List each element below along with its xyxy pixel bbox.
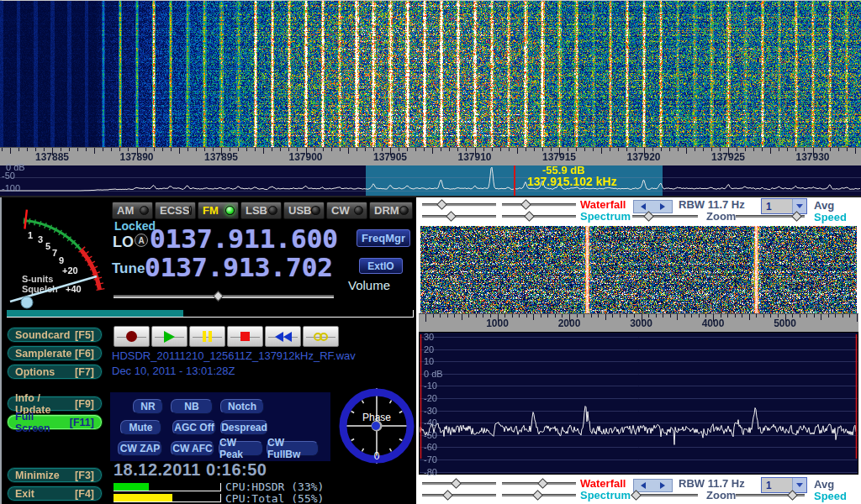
play-icon — [164, 331, 175, 343]
squelch-level-bar[interactable] — [7, 310, 414, 318]
spectrum-label-bottom[interactable]: Spectrum — [580, 489, 631, 501]
af-db-label: -70 — [424, 454, 437, 465]
af-db-label: -60 — [424, 442, 437, 452]
speed-slider-bottom[interactable] — [736, 491, 805, 501]
mode-drm-button[interactable]: DRM — [369, 202, 413, 219]
minimize-button[interactable]: Minimize[F3] — [7, 467, 103, 483]
tune-frequency-display[interactable]: 0137.913.702 — [145, 255, 333, 281]
af-db-label: -40 — [424, 417, 437, 428]
nr-button[interactable]: NR — [133, 399, 163, 414]
af-db-label: -80 — [424, 467, 437, 477]
svg-text:3: 3 — [38, 234, 43, 244]
rf-scale-label: 137905 — [365, 151, 415, 163]
af-spectrum[interactable]: 3020100 dB-10-20-30-40-50-60-70-80 — [419, 332, 858, 475]
wav-file-name: HDSDR_20111210_125611Z_137912kHz_RF.wav — [112, 349, 356, 362]
lsb-led-icon — [268, 206, 277, 215]
avg-label-top: Avg — [814, 199, 834, 212]
zoom-slider-bottom[interactable] — [632, 491, 698, 501]
svg-text:S-units: S-units — [22, 274, 53, 284]
tune-label: Tune — [112, 260, 145, 277]
wf-brightness-slider-bottom[interactable] — [502, 479, 576, 489]
rf-spectrum-canvas — [0, 165, 861, 196]
af-scale-label: 5000 — [764, 318, 806, 329]
despread-button[interactable]: Despread — [220, 420, 268, 435]
mute-button[interactable]: Mute — [120, 420, 161, 435]
mode-usb-button[interactable]: USB — [283, 202, 325, 219]
waterfall-label-top[interactable]: Waterfall — [580, 198, 626, 211]
wf-brightness-slider-top[interactable] — [502, 200, 576, 210]
record-icon — [126, 331, 137, 342]
left-arrow-icon[interactable] — [641, 203, 646, 210]
svg-text:7: 7 — [52, 248, 57, 258]
right-arrow-icon[interactable] — [660, 203, 665, 210]
cpu-total-fill — [114, 494, 172, 501]
freqmgr-button[interactable]: FreqMgr — [357, 229, 410, 247]
info-update-button[interactable]: Info / Update[F9] — [7, 396, 103, 412]
rf-waterfall-canvas[interactable] — [0, 1, 861, 147]
rf-scale-label: 137930 — [788, 151, 838, 163]
rf-scale-label: 137890 — [112, 151, 162, 163]
smeter-pivot — [21, 297, 33, 308]
cw-fullbw-button[interactable]: CW FullBw — [267, 441, 319, 456]
stop-button[interactable] — [227, 326, 263, 347]
loop-button[interactable] — [303, 326, 339, 347]
af-db-label: -50 — [424, 430, 437, 440]
cpu-hdsdr-fill — [114, 483, 149, 491]
cw-zap-button[interactable]: CW ZAP — [118, 441, 162, 456]
cw-peak-button[interactable]: CW Peak — [219, 441, 263, 456]
lo-auto-badge[interactable]: A — [135, 234, 148, 247]
sp-brightness-slider-bottom[interactable] — [502, 491, 576, 501]
rbw-readout-top: RBW 11.7 Hz — [679, 198, 745, 211]
left-arrow-icon[interactable] — [641, 482, 646, 489]
wf-contrast-slider-top[interactable] — [422, 200, 496, 210]
rewind-button[interactable] — [265, 326, 301, 347]
spectrum-label-top[interactable]: Spectrum — [580, 210, 631, 223]
af-panel: Waterfall RBW 11.7 Hz 1 Avg Spectrum Zoo… — [416, 197, 861, 504]
extio-button[interactable]: ExtIO — [359, 258, 403, 274]
cpu-hdsdr-bar — [114, 483, 221, 491]
mode-ecss-button[interactable]: ECSS — [155, 202, 196, 219]
right-arrow-icon[interactable] — [660, 482, 665, 489]
mode-lsb-button[interactable]: LSB — [240, 202, 282, 219]
sp-contrast-slider-top[interactable] — [422, 212, 496, 222]
soundcard-button[interactable]: Soundcard[F5] — [7, 327, 103, 343]
zoom-slider-top[interactable] — [632, 212, 698, 222]
play-button[interactable] — [151, 326, 188, 347]
exit-button[interactable]: Exit[F4] — [7, 486, 103, 501]
svg-text:+20: +20 — [62, 265, 78, 276]
phase-knob — [372, 422, 380, 430]
samplerate-button[interactable]: Samplerate[F6] — [7, 345, 103, 361]
options-button[interactable]: Options[F7] — [7, 364, 103, 380]
af-scale-label: 1000 — [477, 318, 519, 329]
mode-am-button[interactable]: AM — [112, 202, 153, 219]
af-waterfall-canvas[interactable] — [420, 226, 857, 313]
lo-frequency-display[interactable]: 0137.911.600 — [150, 226, 338, 252]
rf-scale-label: 137900 — [281, 151, 331, 163]
sp-brightness-slider-top[interactable] — [502, 212, 576, 222]
speed-slider-top[interactable] — [736, 212, 805, 222]
wf-contrast-slider-bottom[interactable] — [422, 479, 496, 489]
datetime-display: 18.12.2011 0:16:50 — [114, 460, 267, 480]
af-scale-labels: 10002000300040005000 — [419, 313, 858, 332]
mode-cw-button[interactable]: CW — [326, 202, 367, 219]
rf-frequency-scale[interactable]: 1378851378901378951379001379051379101379… — [0, 147, 861, 165]
pause-button[interactable] — [189, 326, 225, 347]
notch-button[interactable]: Notch — [220, 399, 264, 414]
rf-scale-label: 137885 — [27, 151, 77, 163]
volume-slider[interactable] — [114, 291, 334, 302]
nb-button[interactable]: NB — [171, 399, 213, 414]
cw-afc-button[interactable]: CW AFC — [171, 441, 214, 456]
fullscreen-button[interactable]: Full Screen[F11] — [7, 414, 103, 430]
volume-slider-thumb[interactable] — [213, 291, 224, 302]
phase-dial[interactable]: Phase 0 — [339, 386, 415, 466]
sp-contrast-slider-bottom[interactable] — [422, 491, 496, 501]
rbw-readout-bottom: RBW 11.7 Hz — [679, 477, 745, 490]
agc-button[interactable]: AGC Off — [172, 420, 216, 435]
af-frequency-scale[interactable]: 10002000300040005000 — [419, 313, 858, 332]
mode-fm-button[interactable]: FM — [198, 202, 239, 219]
rf-strip-db-label: -50 — [2, 171, 15, 181]
record-button[interactable] — [114, 326, 150, 347]
af-db-label: -20 — [424, 393, 437, 403]
waterfall-label-bottom[interactable]: Waterfall — [580, 477, 626, 490]
rf-spectrum-strip[interactable]: 0 dB-50-100 -55.9 dB 137.915.102 kHz — [0, 165, 861, 196]
